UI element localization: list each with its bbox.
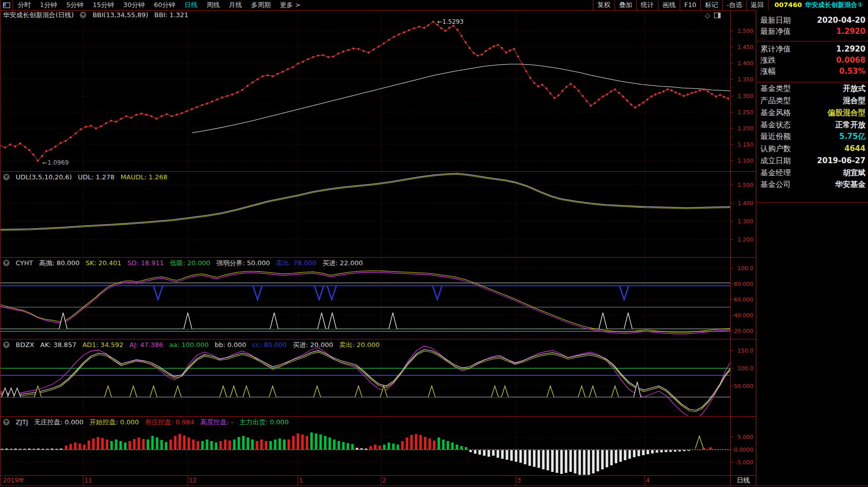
zjtj-bar <box>56 449 58 450</box>
zjtj-label-row: ▼ZJTJ无庄控盘: 0.000开始控盘: 0.000有庄控盘: 0.984高度… <box>3 418 289 426</box>
nav-marker <box>180 112 183 114</box>
cyht-label-row: ▼CYHT高抛: 80.000SK: 20.401SD: 18.911低吸: 2… <box>3 259 363 267</box>
zjtj-bar <box>533 450 536 467</box>
axis-tick-label: 60.000 <box>734 297 754 303</box>
zjtj-bar <box>37 449 40 450</box>
chevron-down-circle-icon[interactable]: ▼ <box>3 174 10 180</box>
zjtj-bar <box>524 450 527 464</box>
cyht-label-segment: 强弱分界: 50.000 <box>217 259 270 267</box>
month-axis-label: 1 <box>299 477 303 484</box>
zjtj-bar <box>638 450 640 456</box>
cyht-label-segment: CYHT <box>16 259 33 267</box>
month-axis-label: 2019年 <box>3 477 25 484</box>
zjtj-bar <box>520 450 522 463</box>
bottom-period-label[interactable]: 日线 <box>731 475 756 485</box>
zjtj-bar <box>179 434 181 450</box>
nav-marker <box>266 74 269 76</box>
price-label-row: 华安成长创新混合(日线)▼BBI(13,34,55,89)BBI: 1.321 <box>3 11 188 19</box>
zjtj-bar <box>320 434 322 450</box>
udl-label-segment: MAUDL: 1.268 <box>121 173 168 181</box>
zjtj-bar <box>397 445 399 450</box>
nav-marker <box>332 55 334 58</box>
axis-tick-label: 1.400 <box>738 200 754 207</box>
high-annotation: ←1.5293 <box>437 18 464 25</box>
zjtj-bar <box>497 450 499 458</box>
bdzx-label-segment: 卖出: 20.000 <box>339 341 380 349</box>
bdzx-signal-triangle <box>220 386 227 397</box>
bdzx-signal-triangle <box>501 386 508 397</box>
udl-line <box>0 173 730 229</box>
chart-canvas[interactable]: ←1.5293←1.09691.5001.4501.4001.3501.3001… <box>0 0 868 487</box>
cyht-sk-line <box>0 271 730 332</box>
nav-marker <box>276 72 279 75</box>
zjtj-bar <box>683 450 686 451</box>
zjtj-bar <box>451 443 454 450</box>
nav-marker <box>221 96 223 99</box>
info-row: 涨跌0.0068 <box>756 55 868 65</box>
nav-marker <box>89 124 92 127</box>
zjtj-bar <box>592 450 595 473</box>
bdzx-aj-line <box>0 346 730 418</box>
nav-marker <box>155 117 158 120</box>
zjtj-label-segment: 有庄控盘: 0.984 <box>145 418 194 426</box>
zjtj-bar <box>274 440 277 450</box>
zjtj-bar <box>606 450 608 467</box>
zjtj-bar <box>10 449 13 450</box>
nav-marker <box>130 116 132 119</box>
zjtj-bar <box>601 450 604 469</box>
info-value: 2020-04-20 <box>817 15 865 25</box>
nav-marker <box>352 47 354 50</box>
zjtj-bar <box>51 449 54 450</box>
zjtj-bar <box>633 450 636 457</box>
info-label: 基金经理 <box>760 168 791 178</box>
zjtj-bar <box>115 440 118 450</box>
zjtj-bar <box>201 441 204 450</box>
zjtj-bar <box>347 443 349 450</box>
info-label: 基金类型 <box>760 83 791 93</box>
chevron-down-circle-icon[interactable]: ▼ <box>80 12 86 18</box>
zjtj-bar <box>438 437 440 450</box>
axis-tick-label: 1.100 <box>738 158 754 164</box>
nav-marker <box>115 120 117 123</box>
bdzx-label-segment: cc: 80.000 <box>252 341 287 349</box>
zjtj-bar <box>161 440 163 450</box>
zjtj-bar <box>529 450 531 466</box>
nav-marker <box>226 94 228 97</box>
chevron-down-circle-icon[interactable]: ▼ <box>3 260 10 266</box>
bdzx-label-segment: aa: 100.000 <box>169 341 209 349</box>
nav-marker <box>727 97 729 100</box>
axis-tick-label: 1.200 <box>738 125 754 132</box>
nav-marker <box>307 58 309 60</box>
nav-marker <box>170 115 173 117</box>
panel-layout-icon[interactable] <box>714 13 721 18</box>
zjtj-bar <box>33 449 35 450</box>
zjtj-bar <box>406 437 409 450</box>
nav-marker <box>14 145 16 148</box>
zjtj-histogram <box>0 432 730 476</box>
zjtj-bar <box>156 437 159 450</box>
info-value: 开放式 <box>843 83 865 93</box>
chevron-down-circle-icon[interactable]: ▼ <box>3 419 10 425</box>
zjtj-bar <box>211 441 213 450</box>
zjtj-bar <box>660 450 663 453</box>
cyht-sell-vee <box>154 286 163 300</box>
chevron-down-circle-icon[interactable]: ▼ <box>3 342 10 348</box>
zjtj-bar <box>415 434 418 450</box>
axis-tick-label: 1.200 <box>738 236 754 243</box>
zjtj-bar <box>470 450 472 452</box>
zjtj-bar <box>624 450 627 460</box>
zjtj-bar <box>120 441 122 450</box>
zjtj-bar <box>165 442 168 450</box>
diamond-icon[interactable]: ◇ <box>705 12 710 19</box>
zjtj-bar <box>229 441 231 450</box>
bdzx-signal-triangle <box>243 386 250 397</box>
udl-panel-graphics <box>0 173 730 230</box>
zjtj-bar <box>338 441 340 450</box>
cyht-sell-vee <box>433 286 442 300</box>
nav-marker <box>195 106 198 108</box>
zjtj-bar <box>560 450 563 474</box>
zjtj-bar <box>138 437 140 450</box>
axis-tick-label: 1.400 <box>738 60 754 67</box>
axis-tick-label: 1.150 <box>738 141 754 148</box>
axis-tick-label: 1.500 <box>738 182 754 188</box>
